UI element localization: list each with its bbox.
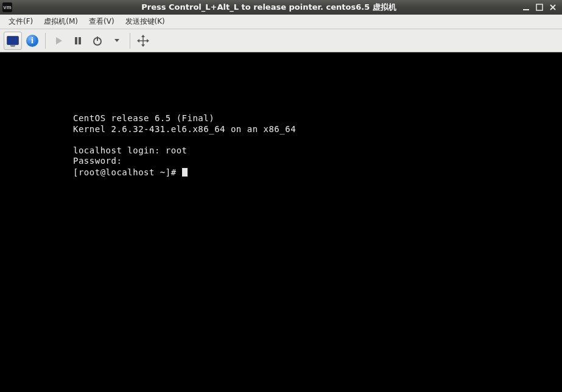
svg-marker-9 <box>137 39 139 43</box>
pause-vm-button[interactable] <box>69 32 87 50</box>
maximize-button[interactable] <box>535 3 544 12</box>
fullscreen-icon <box>137 35 149 47</box>
power-icon <box>92 35 103 46</box>
shutdown-vm-button[interactable] <box>88 32 107 50</box>
shutdown-menu-button[interactable] <box>108 32 126 50</box>
window-title: Press Control_L+Alt_L to release pointer… <box>16 2 522 13</box>
chevron-down-icon <box>114 39 119 42</box>
app-icon: vm <box>2 2 12 12</box>
svg-rect-6 <box>97 37 98 41</box>
window-controls <box>522 3 560 12</box>
shell-prompt: [root@localhost ~]# <box>73 167 182 177</box>
svg-marker-2 <box>56 37 62 44</box>
login-prompt: localhost login: <box>73 145 166 155</box>
login-value: root <box>166 145 188 155</box>
monitor-icon <box>7 36 19 45</box>
console-kernel-line: Kernel 2.6.32-431.el6.x86_64 on an x86_6… <box>73 124 296 134</box>
svg-rect-0 <box>523 9 529 10</box>
svg-rect-1 <box>536 4 543 10</box>
play-icon <box>54 36 63 46</box>
pause-icon <box>73 36 83 46</box>
menu-view[interactable]: 查看(V) <box>84 15 119 29</box>
console-os-line: CentOS release 6.5 (Final) <box>73 113 214 123</box>
svg-rect-4 <box>79 37 81 44</box>
svg-marker-10 <box>147 39 149 43</box>
start-vm-button <box>49 32 68 50</box>
console-view-button[interactable] <box>4 32 22 50</box>
toolbar-separator <box>130 33 130 49</box>
info-icon: i <box>26 35 38 47</box>
text-cursor <box>182 168 188 177</box>
close-button[interactable] <box>549 3 557 12</box>
fullscreen-button[interactable] <box>134 32 152 50</box>
vm-console[interactable]: CentOS release 6.5 (Final) Kernel 2.6.32… <box>0 52 562 392</box>
menu-file[interactable]: 文件(F) <box>4 15 38 29</box>
minimize-button[interactable] <box>522 3 530 12</box>
password-prompt: Password: <box>73 156 122 166</box>
menu-vm[interactable]: 虚拟机(M) <box>39 15 83 29</box>
svg-marker-7 <box>141 35 145 37</box>
toolbar-separator <box>45 33 46 49</box>
info-view-button[interactable]: i <box>23 32 41 50</box>
menu-send-keys[interactable]: 发送按键(K) <box>121 15 170 29</box>
svg-marker-8 <box>141 44 145 47</box>
menubar: 文件(F) 虚拟机(M) 查看(V) 发送按键(K) <box>0 15 562 29</box>
toolbar: i <box>0 29 562 52</box>
svg-rect-3 <box>75 37 77 44</box>
window-titlebar: vm Press Control_L+Alt_L to release poin… <box>0 0 562 15</box>
